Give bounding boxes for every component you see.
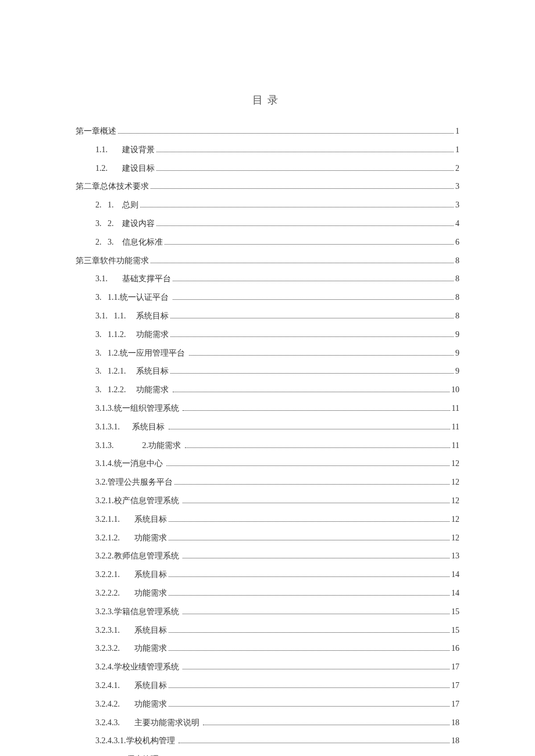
toc-leader-dots (151, 263, 454, 263)
toc-leader-dots (185, 447, 450, 448)
toc-page-number: 10 (451, 383, 459, 397)
toc-entry: 3. 1.2.统一应用管理平台 9 (76, 346, 459, 360)
toc-entry: 3.2.4.2. 功能需求17 (76, 697, 459, 711)
toc-label: 3. 1.1.2. 功能需求 (95, 328, 169, 342)
toc-page-number: 2 (455, 162, 459, 175)
toc-leader-dots (173, 299, 454, 300)
toc-entry: 3.1.3.1. 系统目标 11 (76, 420, 459, 434)
toc-leader-dots (173, 281, 454, 281)
toc-entry: 3.2.4.1. 系统目标17 (76, 679, 459, 693)
toc-page-number: 12 (451, 494, 459, 508)
toc-page-number: 15 (451, 624, 459, 637)
toc-leader-dots (169, 650, 450, 651)
toc-label: 3.2.4.1. 系统目标 (95, 679, 167, 693)
toc-label: 3. 1.1.统一认证平台 (95, 291, 171, 304)
toc-entry: 第三章软件功能需求8 (76, 254, 459, 268)
toc-leader-dots (183, 614, 450, 614)
toc-label: 3.2.4.3.1.学校机构管理 (95, 734, 177, 748)
toc-leader-dots (169, 706, 450, 707)
toc-page-number: 9 (455, 346, 459, 360)
toc-leader-dots (140, 207, 454, 207)
toc-page-number: 16 (451, 642, 459, 655)
toc-page-number: 19 (451, 753, 459, 756)
toc-leader-dots (156, 170, 454, 171)
toc-entry: 3.2.管理公共服务平台12 (76, 475, 459, 489)
toc-page-number: 8 (455, 309, 459, 323)
toc-label: 3. 1.2.1. 系统目标 (95, 364, 169, 378)
toc-entry: 2. 1. 总则3 (76, 198, 459, 212)
toc-page-number: 14 (451, 586, 459, 600)
toc-page-number: 8 (455, 272, 459, 286)
toc-leader-dots (183, 410, 450, 411)
toc-leader-dots (166, 465, 450, 466)
toc-page-number: 1 (455, 143, 459, 157)
toc-entry: 3. 1.2.2. 功能需求 10 (76, 383, 459, 397)
toc-leader-dots (165, 244, 454, 245)
toc-label: 第二章总体技术要求 (76, 180, 149, 194)
toc-leader-dots (151, 188, 454, 189)
toc-page-number: 12 (451, 475, 459, 489)
toc-page-number: 9 (455, 364, 459, 378)
toc-page-number: 14 (451, 568, 459, 582)
toc-entry: 第二章总体技术要求3 (76, 180, 459, 194)
toc-label: 3.2.4.学校业绩管理系统 (95, 660, 181, 674)
toc-page-number: 12 (451, 513, 459, 526)
toc-entry: 3.2.1.1. 系统目标12 (76, 513, 459, 526)
toc-page-number: 17 (451, 679, 459, 693)
toc-label: 2. 3. 信息化标准 (95, 235, 163, 249)
toc-label: 3.2.2.2. 功能需求 (95, 586, 167, 600)
toc-page-number: 15 (451, 605, 459, 619)
toc-page-number: 11 (452, 439, 459, 453)
toc-entry: 3.1.3.统一组织管理系统 11 (76, 402, 459, 415)
toc-label: 3.2.2.1. 系统目标 (95, 568, 167, 582)
toc-entry: 3.2.2.2. 功能需求14 (76, 586, 459, 600)
toc-entry: 3.2.3.学籍信息管理系统 15 (76, 605, 459, 619)
toc-leader-dots (169, 687, 450, 688)
toc-entry: 3.2.4.学校业绩管理系统 17 (76, 660, 459, 674)
toc-leader-dots (174, 484, 450, 485)
toc-label: 3.1.3.统一组织管理系统 (95, 402, 181, 415)
toc-entry: 3.1. 1.1. 系统目标8 (76, 309, 459, 323)
toc-page-number: 4 (455, 217, 459, 231)
toc-label: 1.2. 建设目标 (95, 162, 155, 175)
toc-page-number: 12 (451, 531, 459, 545)
toc-label: 2. 1. 总则 (95, 198, 138, 212)
toc-leader-dots (169, 429, 450, 429)
toc-leader-dots (203, 725, 450, 725)
toc-leader-dots (173, 392, 450, 392)
toc-title: 目录 (76, 93, 459, 107)
toc-page-number: 12 (451, 457, 459, 471)
toc-label: 3.2.2.教师信息管理系统 (95, 549, 181, 563)
toc-page-number: 11 (452, 402, 459, 415)
toc-label: 3.2.4.3.2.师生管理 (95, 753, 160, 756)
toc-leader-dots (156, 225, 454, 226)
toc-page-number: 18 (451, 716, 459, 730)
toc-entry: 3.2.4.3.1.学校机构管理 18 (76, 734, 459, 748)
toc-label: 1.1. 建设背景 (95, 143, 155, 157)
toc-label: 3.2.4.2. 功能需求 (95, 697, 167, 711)
toc-label: 3.2.1.校产信息管理系统 (95, 494, 181, 508)
toc-entry: 3.2.4.3. 主要功能需求说明 18 (76, 716, 459, 730)
toc-leader-dots (170, 336, 454, 337)
toc-leader-dots (183, 558, 450, 558)
toc-page-number: 8 (455, 291, 459, 304)
toc-page-number: 18 (451, 734, 459, 748)
toc-entry: 1.1. 建设背景1 (76, 143, 459, 157)
toc-entry: 3.2.3.1. 系统目标15 (76, 624, 459, 637)
toc-leader-dots (118, 133, 454, 134)
toc-entry: 3. 1.1.统一认证平台 8 (76, 291, 459, 304)
toc-label: 3.2.1.2. 功能需求 (95, 531, 167, 545)
toc-container: 第一章概述11.1. 建设背景11.2. 建设目标2第二章总体技术要求32. 1… (76, 124, 459, 756)
toc-page-number: 3 (455, 198, 459, 212)
toc-page-number: 13 (451, 549, 459, 563)
toc-leader-dots (169, 540, 450, 540)
toc-entry: 3. 1.2.1. 系统目标9 (76, 364, 459, 378)
toc-label: 3.2.4.3. 主要功能需求说明 (95, 716, 201, 730)
toc-leader-dots (170, 318, 454, 318)
toc-entry: 3.1.3. 2.功能需求 11 (76, 439, 459, 453)
toc-entry: 3. 2. 建设内容4 (76, 217, 459, 231)
toc-entry: 3.1.4.统一消息中心 12 (76, 457, 459, 471)
toc-leader-dots (156, 152, 454, 152)
toc-entry: 3.2.2.1. 系统目标14 (76, 568, 459, 582)
toc-page-number: 3 (455, 180, 459, 194)
